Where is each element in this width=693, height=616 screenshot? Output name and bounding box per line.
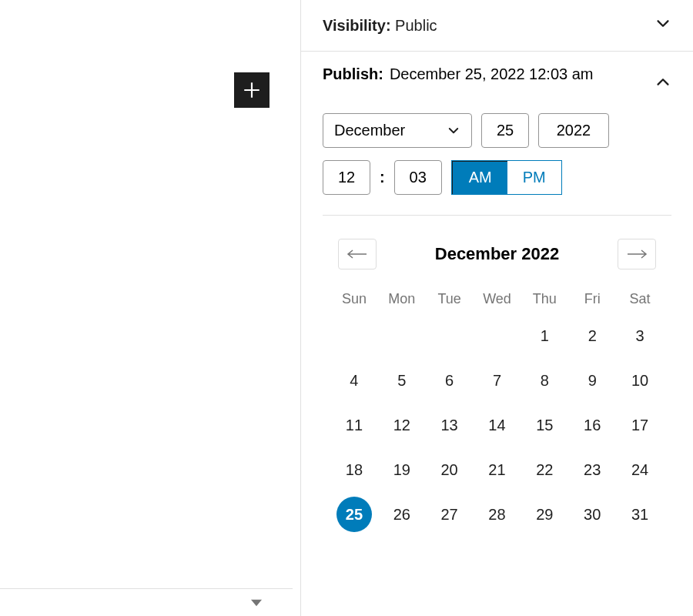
calendar-day[interactable]: 21 [474, 454, 521, 486]
publish-label: Publish: [323, 65, 383, 83]
calendar-day[interactable]: 24 [616, 454, 664, 486]
calendar-title: December 2022 [435, 244, 559, 264]
calendar-day[interactable]: 3 [616, 320, 664, 352]
month-select[interactable]: December [323, 113, 472, 148]
next-month-button[interactable] [618, 239, 656, 270]
calendar-day[interactable]: 12 [378, 409, 426, 441]
settings-sidebar: Visibility: Public Publish: December 25,… [300, 0, 693, 616]
calendar-day[interactable]: 9 [568, 364, 616, 397]
calendar-empty-cell [474, 320, 521, 352]
calendar-day[interactable]: 4 [330, 364, 378, 397]
chevron-down-icon [447, 124, 460, 138]
calendar-day[interactable]: 7 [474, 364, 521, 397]
calendar-day[interactable]: 2 [568, 320, 616, 352]
visibility-panel-toggle[interactable]: Visibility: Public [301, 0, 693, 52]
day-of-week-header: Fri [568, 291, 616, 307]
calendar-day[interactable]: 26 [378, 498, 426, 531]
arrow-left-icon [346, 249, 368, 259]
calendar-day[interactable]: 22 [521, 454, 568, 486]
calendar-day[interactable]: 10 [616, 364, 664, 397]
footer-bar [0, 588, 293, 616]
calendar-day[interactable]: 29 [521, 498, 568, 531]
calendar-day[interactable]: 25 [330, 498, 378, 531]
calendar-empty-cell [426, 320, 474, 352]
datetime-controls: December : AM PM [323, 113, 671, 195]
chevron-down-icon [654, 15, 671, 35]
calendar-day[interactable]: 28 [474, 498, 521, 531]
calendar-day[interactable]: 13 [426, 409, 474, 441]
calendar-day[interactable]: 18 [330, 454, 378, 486]
calendar-day[interactable]: 5 [378, 364, 426, 397]
day-of-week-header: Sat [616, 291, 664, 307]
day-of-week-header: Sun [330, 291, 378, 307]
calendar-day[interactable]: 16 [568, 409, 616, 441]
publish-datetime-value: December 25, 2022 12:03 am [390, 64, 594, 84]
editor-canvas [0, 0, 300, 616]
plus-icon [242, 80, 262, 100]
calendar-day[interactable]: 19 [378, 454, 426, 486]
time-separator: : [380, 169, 385, 186]
visibility-label: Visibility: Public [323, 17, 437, 35]
month-select-value: December [334, 122, 405, 139]
publish-panel-toggle[interactable]: Publish: December 25, 2022 12:03 am [323, 64, 671, 93]
calendar-day[interactable]: 14 [474, 409, 521, 441]
calendar-day[interactable]: 17 [616, 409, 664, 441]
calendar-empty-cell [378, 320, 426, 352]
calendar-day[interactable]: 30 [568, 498, 616, 531]
prev-month-button[interactable] [338, 239, 377, 270]
calendar-day[interactable]: 1 [521, 320, 568, 352]
calendar-day[interactable]: 11 [330, 409, 378, 441]
day-of-week-header: Wed [474, 291, 521, 307]
chevron-up-icon [654, 64, 671, 93]
pm-button[interactable]: PM [507, 161, 561, 194]
calendar-empty-cell [330, 320, 378, 352]
add-block-button[interactable] [234, 72, 270, 108]
calendar-day[interactable]: 31 [616, 498, 664, 531]
calendar: December 2022 SunMonTueWedThuFriSat12345… [301, 216, 693, 531]
calendar-day[interactable]: 15 [521, 409, 568, 441]
calendar-day[interactable]: 6 [426, 364, 474, 397]
day-of-week-header: Thu [521, 291, 568, 307]
am-button[interactable]: AM [451, 160, 507, 195]
day-of-week-header: Mon [378, 291, 426, 307]
calendar-day[interactable]: 27 [426, 498, 474, 531]
day-of-week-header: Tue [426, 291, 474, 307]
calendar-day[interactable]: 8 [521, 364, 568, 397]
collapse-caret-icon[interactable] [251, 596, 262, 610]
minute-input[interactable] [394, 160, 442, 195]
calendar-grid: SunMonTueWedThuFriSat1234567891011121314… [323, 291, 671, 531]
ampm-toggle: AM PM [451, 160, 562, 195]
calendar-day[interactable]: 23 [568, 454, 616, 486]
day-input[interactable] [481, 113, 529, 148]
year-input[interactable] [538, 113, 609, 148]
hour-input[interactable] [323, 160, 370, 195]
arrow-right-icon [626, 249, 648, 259]
publish-panel: Publish: December 25, 2022 12:03 am Dece… [301, 52, 693, 216]
calendar-day[interactable]: 20 [426, 454, 474, 486]
